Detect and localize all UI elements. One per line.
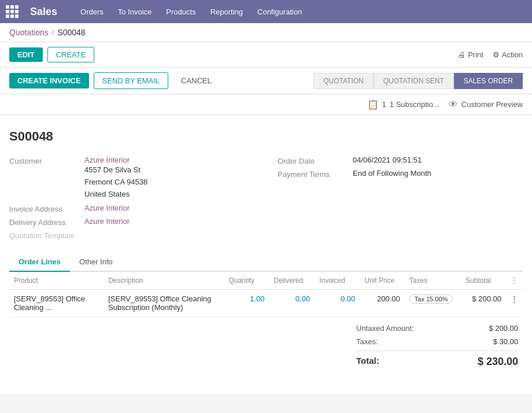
col-header-product: Product <box>9 272 104 290</box>
order-table: Product Description Quantity Delivered I… <box>9 272 523 317</box>
app-title: Sales <box>30 6 57 18</box>
order-date-row: Order Date 04/06/2021 09:51:51 <box>278 156 523 165</box>
step-sales-order[interactable]: SALES ORDER <box>454 73 523 89</box>
action-bar: EDIT CREATE 🖨 Print ⚙ Action <box>0 42 532 68</box>
top-menu: Orders To Invoice Products Reporting Con… <box>75 4 308 20</box>
col-header-unit-price: Unit Price <box>360 272 405 290</box>
tab-order-lines[interactable]: Order Lines <box>9 253 70 272</box>
quotation-template-row: Quotation Template <box>9 230 254 240</box>
create-button[interactable]: CREATE <box>47 47 95 62</box>
customer-preview-item[interactable]: 👁 Customer Preview <box>449 99 523 110</box>
action-bar-right: 🖨 Print ⚙ Action <box>458 50 523 59</box>
untaxed-amount-row: Untaxed Amount: $ 200.00 <box>356 322 518 335</box>
cell-more[interactable]: ⋮ <box>506 290 523 317</box>
col-header-quantity: Quantity <box>224 272 269 290</box>
invoice-address-label: Invoice Address <box>9 204 84 213</box>
quotation-template-label: Quotation Template <box>9 230 84 240</box>
customer-preview-icon: 👁 <box>449 99 458 110</box>
invoice-address-value[interactable]: Azure Interior <box>84 204 130 212</box>
step-quotation-sent[interactable]: QUOTATION SENT <box>374 73 454 89</box>
customer-preview-label: Customer Preview <box>461 100 523 109</box>
subscriptions-count: 1 <box>382 100 386 109</box>
action-label: Action <box>502 50 523 59</box>
untaxed-amount-label: Untaxed Amount: <box>356 324 437 333</box>
taxes-value: $ 30.00 <box>493 337 518 346</box>
delivery-address-row: Delivery Address Azure Interior <box>9 217 254 227</box>
form-left: Customer Azure Interior 4557 De Silva St… <box>9 156 254 244</box>
create-invoice-button[interactable]: CREATE INVOICE <box>9 73 89 89</box>
tax-badge: Tax 15.00% <box>409 294 453 304</box>
cell-unit-price: 200.00 <box>360 290 405 317</box>
total-value: $ 230.00 <box>478 356 518 368</box>
menu-item-orders[interactable]: Orders <box>75 4 109 20</box>
subscriptions-icon: 📋 <box>367 99 379 110</box>
untaxed-amount-value: $ 200.00 <box>489 324 518 333</box>
document-title: S00048 <box>9 129 523 144</box>
apps-menu-icon[interactable] <box>6 5 19 18</box>
edit-button[interactable]: EDIT <box>9 47 43 62</box>
address-line2: Fremont CA 94538 <box>84 178 147 186</box>
col-header-description: Description <box>104 272 224 290</box>
print-button[interactable]: 🖨 Print <box>458 50 483 59</box>
delivery-address-label: Delivery Address <box>9 217 84 227</box>
send-by-email-button[interactable]: SEND BY EMAIL <box>94 72 168 89</box>
totals-table: Untaxed Amount: $ 200.00 Taxes: $ 30.00 … <box>356 322 518 370</box>
customer-label: Customer <box>9 156 84 165</box>
cell-description: [SERV_89553] Office Cleaning Subscriptio… <box>104 290 224 317</box>
payment-terms-row: Payment Terms End of Following Month <box>278 169 523 179</box>
cell-delivered: 0.00 <box>269 290 315 317</box>
cell-product: [SERV_89553] Office Cleaning ... <box>9 290 104 317</box>
menu-item-products[interactable]: Products <box>160 4 201 20</box>
menu-item-configuration[interactable]: Configuration <box>252 4 308 20</box>
cancel-button[interactable]: CANCEL <box>173 73 220 89</box>
print-label: Print <box>468 50 483 59</box>
payment-terms-value: End of Following Month <box>353 169 431 178</box>
breadcrumb-parent[interactable]: Quotations <box>9 28 49 37</box>
customer-name[interactable]: Azure Interior <box>84 156 147 164</box>
main-content: S00048 Customer Azure Interior 4557 De S… <box>0 115 532 394</box>
status-steps: QUOTATION QUOTATION SENT SALES ORDER <box>313 73 523 89</box>
cell-subtotal: $ 200.00 <box>461 290 506 317</box>
cell-taxes: Tax 15.00% <box>405 290 461 317</box>
breadcrumb-separator: / <box>52 28 54 37</box>
delivery-address-value[interactable]: Azure Interior <box>84 217 130 226</box>
cell-invoiced: 0.00 <box>315 290 360 317</box>
subscriptions-label: 1 Subscriptio... <box>390 100 439 109</box>
print-icon: 🖨 <box>458 50 466 59</box>
taxes-row: Taxes: $ 30.00 <box>356 335 518 348</box>
col-header-invoiced: Invoiced <box>315 272 360 290</box>
menu-item-to-invoice[interactable]: To Invoice <box>112 4 158 20</box>
taxes-label: Taxes: <box>356 337 401 346</box>
form-fields: Customer Azure Interior 4557 De Silva St… <box>9 156 523 244</box>
col-header-delivered: Delivered <box>269 272 315 290</box>
totals-section: Untaxed Amount: $ 200.00 Taxes: $ 30.00 … <box>9 322 523 370</box>
table-row: [SERV_89553] Office Cleaning ... [SERV_8… <box>9 290 523 317</box>
status-bar: CREATE INVOICE SEND BY EMAIL CANCEL QUOT… <box>0 68 532 94</box>
subscription-bar: 📋 1 1 Subscriptio... 👁 Customer Preview <box>0 94 532 115</box>
form-right: Order Date 04/06/2021 09:51:51 Payment T… <box>278 156 523 244</box>
cell-quantity: 1.00 <box>224 290 269 317</box>
address-line1: 4557 De Silva St <box>84 165 141 174</box>
total-label: Total: <box>356 356 402 368</box>
gear-icon: ⚙ <box>493 50 500 59</box>
document-area: S00048 Customer Azure Interior 4557 De S… <box>0 115 532 379</box>
action-button[interactable]: ⚙ Action <box>493 50 523 59</box>
order-date-label: Order Date <box>278 156 353 165</box>
subscriptions-item[interactable]: 📋 1 1 Subscriptio... <box>367 99 439 110</box>
breadcrumb-current: S00048 <box>57 28 85 37</box>
menu-item-reporting[interactable]: Reporting <box>205 4 249 20</box>
col-header-more: ⋮ <box>506 272 523 290</box>
payment-terms-label: Payment Terms <box>278 169 353 179</box>
tabs: Order Lines Other Info <box>9 253 523 272</box>
address-line3: United States <box>84 190 130 198</box>
invoice-address-row: Invoice Address Azure Interior <box>9 204 254 213</box>
breadcrumb: Quotations / S00048 <box>0 23 532 42</box>
grand-total-row: Total: $ 230.00 <box>356 351 518 370</box>
order-date-value: 04/06/2021 09:51:51 <box>353 156 422 164</box>
top-navigation: Sales Orders To Invoice Products Reporti… <box>0 0 532 23</box>
step-quotation[interactable]: QUOTATION <box>313 73 374 89</box>
col-header-taxes: Taxes <box>405 272 461 290</box>
tab-other-info[interactable]: Other Info <box>70 253 122 272</box>
customer-row: Customer Azure Interior 4557 De Silva St… <box>9 156 254 200</box>
col-header-subtotal: Subtotal <box>461 272 506 290</box>
